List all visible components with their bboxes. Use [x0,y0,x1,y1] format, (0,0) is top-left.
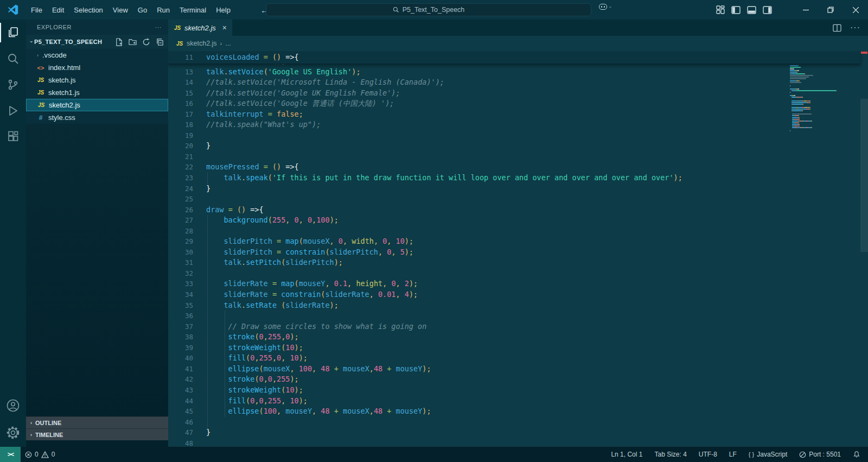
code-line[interactable]: 48 [168,438,868,447]
new-file-icon[interactable] [115,38,123,46]
tab-sketch2-js[interactable]: JS sketch2.js × [168,20,232,36]
notifications-bell-icon[interactable] [853,451,860,458]
code-line[interactable]: 36 [168,311,868,321]
line-number[interactable]: 33 [168,279,193,289]
toggle-panel-icon[interactable] [747,6,756,14]
code-line[interactable]: 14//talk.setVoice('Microsoft Linda - Eng… [168,77,868,88]
customize-layout-icon[interactable] [716,5,725,14]
line-number[interactable]: 13 [168,67,193,78]
file-item-index-html[interactable]: <> index.html [26,61,168,74]
code-line[interactable]: 22mousePressed = () =>{ [168,162,868,173]
explorer-view-icon[interactable] [0,20,26,46]
line-number[interactable]: 47 [168,427,193,438]
source-control-icon[interactable] [0,72,26,98]
line-number[interactable]: 25 [168,194,193,205]
new-folder-icon[interactable] [129,38,137,46]
line-number[interactable]: 37 [168,321,193,332]
code-line[interactable]: 32 [168,268,868,279]
line-number[interactable]: 15 [168,88,193,99]
line-number[interactable]: 22 [168,162,193,173]
line-number[interactable]: 32 [168,268,193,279]
indentation-setting[interactable]: Tab Size: 4 [654,451,686,458]
breadcrumb[interactable]: JS sketch2.js › ... [168,36,868,51]
code-line[interactable]: 33sliderRate = map(mouseY, 0.1, height, … [168,279,868,289]
encoding-setting[interactable]: UTF-8 [699,451,717,458]
line-number[interactable]: 21 [168,151,193,162]
line-number[interactable]: 19 [168,130,193,141]
breadcrumb-symbol[interactable]: ... [225,40,231,47]
code-editor[interactable]: 11voicesLoaded = () =>{ 12talk.listVoice… [168,51,868,447]
line-number[interactable]: 46 [168,417,193,428]
code-line[interactable]: 39strokeWeight(10); [168,343,868,353]
close-button[interactable] [843,0,868,20]
minimize-button[interactable] [793,0,818,20]
editor-more-icon[interactable]: ··· [850,23,860,33]
code-line[interactable]: 43strokeWeight(10); [168,385,868,396]
line-number[interactable]: 18 [168,119,193,130]
breadcrumb-file[interactable]: sketch2.js [187,40,217,47]
line-number[interactable]: 23 [168,173,193,183]
line-number[interactable]: 42 [168,374,193,385]
code-line[interactable]: 24} [168,183,868,194]
code-line[interactable]: 44fill(0,0,255, 10); [168,396,868,407]
file-item-sketch1-js[interactable]: JS sketch1.js [26,86,168,99]
line-number[interactable]: 45 [168,406,193,417]
extensions-icon[interactable] [0,124,26,150]
code-line[interactable]: 20} [168,141,868,151]
line-number[interactable]: 16 [168,98,193,109]
settings-gear-icon[interactable] [0,419,26,447]
file-item-style-css[interactable]: # style.css [26,111,168,124]
code-line[interactable]: 17talkinterrupt = false; [168,109,868,120]
explorer-more-icon[interactable]: ··· [155,24,162,30]
file-item-vscode[interactable]: › .vscode [26,49,168,61]
line-number[interactable]: 40 [168,353,193,364]
cursor-position[interactable]: Ln 1, Col 1 [611,451,642,458]
menu-edit[interactable]: Edit [47,4,69,16]
line-number[interactable]: 26 [168,205,193,216]
line-number[interactable]: 17 [168,109,193,120]
minimap[interactable] [790,53,843,134]
line-number[interactable]: 14 [168,77,193,88]
scrollbar-slider[interactable] [860,99,868,252]
line-number[interactable]: 43 [168,385,193,396]
code-line[interactable]: 23talk.speak('If this is put in the draw… [168,173,868,183]
toggle-secondary-sidebar-icon[interactable] [763,6,772,14]
eol-setting[interactable]: LF [729,451,737,458]
menu-selection[interactable]: Selection [69,4,107,16]
menu-run[interactable]: Run [152,4,175,16]
code-line[interactable]: 15//talk.setVoice('Google UK English Fem… [168,88,868,99]
code-line[interactable]: 13talk.setVoice('Google US English'); [168,67,868,78]
file-item-sketch-js[interactable]: JS sketch.js [26,74,168,86]
code-line[interactable]: 26draw = () =>{ [168,205,868,216]
code-line[interactable]: 41ellipse(mouseX, 100, 48 + mouseX,48 + … [168,364,868,375]
line-number[interactable]: 44 [168,396,193,407]
line-number[interactable]: 24 [168,183,193,194]
outline-section-header[interactable]: › OUTLINE [26,416,168,428]
code-line[interactable]: 31talk.setPitch(sliderPitch); [168,257,868,268]
folder-section-header[interactable]: › P5_TEXT_TO_SPEECH [26,35,168,49]
menu-view[interactable]: View [108,4,133,16]
menu-help[interactable]: Help [211,4,235,16]
code-line[interactable]: 37// Draw some circles to show what is g… [168,321,868,332]
code-line[interactable]: 18//talk.speak("What's up"); [168,119,868,130]
menu-file[interactable]: File [26,4,47,16]
line-number[interactable]: 20 [168,141,193,151]
code-line[interactable]: 29sliderPitch = map(mouseX, 0, width, 0,… [168,236,868,247]
collapse-all-icon[interactable] [156,38,164,46]
refresh-icon[interactable] [142,38,150,46]
line-number[interactable]: 35 [168,300,193,311]
code-line[interactable]: 25 [168,194,868,205]
line-number[interactable]: 39 [168,343,193,353]
run-debug-icon[interactable] [0,98,26,124]
account-icon[interactable] [0,393,26,419]
copilot-button[interactable]: › [599,4,611,10]
code-line[interactable]: 34sliderRate = constrain(sliderRate, 0.0… [168,289,868,300]
line-number[interactable]: 30 [168,247,193,258]
code-line[interactable]: 46 [168,417,868,428]
problems-indicator[interactable]: 0 0 [21,451,59,458]
line-number[interactable]: 27 [168,215,193,226]
line-number[interactable]: 28 [168,226,193,237]
line-number[interactable]: 48 [168,438,193,447]
live-server-port[interactable]: Port : 5501 [799,451,841,458]
code-line[interactable]: 19 [168,130,868,141]
